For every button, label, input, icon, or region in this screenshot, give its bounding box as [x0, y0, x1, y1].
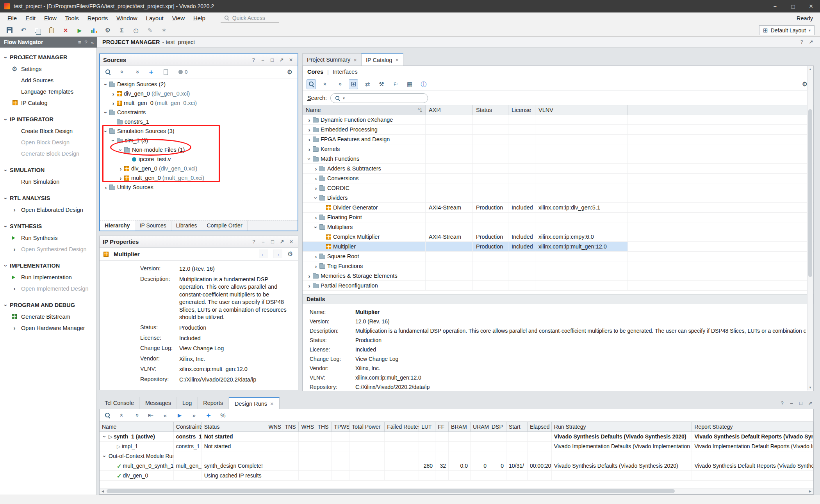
tree-item-design-sources-2[interactable]: Design Sources (2): [100, 80, 298, 89]
runs-percent-button[interactable]: %: [218, 410, 228, 421]
column-header-failed-routes[interactable]: Failed Routes: [385, 422, 419, 431]
tab-project-summary[interactable]: Project Summary×: [302, 53, 362, 66]
flow-item-run-implementation[interactable]: Run Implementation: [0, 272, 96, 283]
menu-flow[interactable]: Flow: [40, 13, 61, 23]
tree-item-utility-sources[interactable]: Utility Sources: [100, 183, 298, 192]
flow-item-open-elaborated-design[interactable]: Open Elaborated Design: [0, 204, 96, 215]
tree-item-ipcore-test-v[interactable]: ipcore_test.v: [100, 154, 298, 164]
run-row-impl-1[interactable]: ▷impl_1constrs_1Not startedVivado Implem…: [100, 442, 813, 451]
toolbar-run-button[interactable]: ▶: [75, 25, 84, 35]
catalog-row-conversions[interactable]: Conversions: [303, 174, 813, 183]
scrollbar-thumb[interactable]: [107, 489, 675, 493]
help-icon[interactable]: [250, 238, 257, 245]
column-header-total-power[interactable]: Total Power: [349, 422, 385, 431]
forward-button[interactable]: →: [273, 250, 282, 258]
menu-reports[interactable]: Reports: [83, 13, 112, 23]
column-header-tpws[interactable]: TPWS: [332, 422, 349, 431]
column-header-vlnv[interactable]: VLNV: [535, 105, 628, 115]
column-header-start[interactable]: Start: [506, 422, 528, 431]
tab-design-runs[interactable]: Design Runs×: [229, 397, 280, 409]
catalog-search-button[interactable]: [307, 79, 316, 89]
sources-expand-all-button[interactable]: «: [132, 67, 141, 77]
catalog-row-cordic[interactable]: CORDIC: [303, 183, 813, 193]
sources-collapse-all-button[interactable]: «: [118, 67, 127, 77]
column-header-name[interactable]: Name^1: [303, 105, 426, 115]
sources-tab-hierarchy[interactable]: Hierarchy: [100, 220, 135, 231]
column-header-bram[interactable]: BRAM: [449, 422, 471, 431]
run-row-out-of-context-module-runs[interactable]: Out-of-Context Module Runs: [100, 451, 813, 461]
toolbar-report-button[interactable]: [89, 25, 98, 35]
minimize-icon[interactable]: [259, 57, 266, 64]
close-icon[interactable]: ×: [353, 57, 357, 63]
flow-item-open-synthesized-design[interactable]: Open Synthesized Design: [0, 243, 96, 255]
close-icon[interactable]: [287, 57, 294, 64]
close-button[interactable]: [802, 0, 820, 12]
runs-create-run-button[interactable]: +: [204, 410, 213, 421]
scroll-left-icon[interactable]: ◀: [102, 490, 104, 493]
maximize-icon[interactable]: [808, 39, 815, 46]
flow-item-create-block-design[interactable]: Create Block Design: [0, 125, 96, 137]
column-header-elapsed[interactable]: Elapsed: [528, 422, 552, 431]
float-icon[interactable]: [269, 57, 276, 64]
run-row-mult-gen-0-synth-1[interactable]: ✓mult_gen_0_synth_1mult_gen_0synth_desig…: [100, 461, 813, 471]
tree-item-constrs-1[interactable]: constrs_1: [100, 117, 298, 126]
catalog-row-divider-generator[interactable]: Divider GeneratorAXI4-StreamProductionIn…: [303, 203, 813, 213]
menu-view[interactable]: View: [168, 13, 189, 23]
close-icon[interactable]: [288, 238, 295, 245]
catalog-summary-button[interactable]: ▦: [405, 79, 414, 89]
tab-messages[interactable]: Messages: [140, 397, 177, 409]
subtab-interfaces[interactable]: Interfaces: [333, 69, 358, 75]
flow-item-run-synthesis[interactable]: Run Synthesis: [0, 232, 96, 243]
flow-item-generate-bitstream[interactable]: Generate Bitstream: [0, 311, 96, 322]
layout-selector[interactable]: ⊞ Default Layout ▾: [759, 25, 815, 35]
catalog-row-embedded-processing[interactable]: Embedded Processing: [303, 125, 813, 135]
property-value-link[interactable]: View Change Log: [179, 345, 224, 353]
catalog-row-floating-point[interactable]: Floating Point: [303, 213, 813, 222]
catalog-search-input[interactable]: ▾: [330, 93, 428, 103]
column-header-status[interactable]: Status: [202, 422, 266, 431]
flow-item-generate-block-design[interactable]: Generate Block Design: [0, 148, 96, 159]
help-icon[interactable]: [798, 39, 805, 46]
runs-step-forward-button[interactable]: »: [189, 410, 199, 421]
catalog-flag-button[interactable]: ⚐: [391, 79, 400, 89]
column-header-uram[interactable]: URAM: [471, 422, 489, 431]
catalog-ip-settings-button[interactable]: ⚒: [377, 79, 386, 89]
tree-item-mult-gen-0[interactable]: mult_gen_0 (mult_gen_0.xci): [100, 98, 298, 108]
catalog-row-partial-reconfiguration[interactable]: Partial Reconfiguration: [303, 281, 813, 291]
toolbar-clock-button[interactable]: ◷: [131, 25, 141, 35]
toolbar-copy-button[interactable]: [33, 25, 42, 35]
sources-tab-libraries[interactable]: Libraries: [171, 220, 202, 231]
subtab-cores[interactable]: Cores: [307, 69, 323, 75]
column-header-ff[interactable]: FF: [435, 422, 449, 431]
scrollbar-thumb[interactable]: [808, 109, 812, 277]
column-header-report-strategy[interactable]: Report Strategy: [692, 422, 813, 431]
flow-item-open-block-design[interactable]: Open Block Design: [0, 137, 96, 148]
column-header-license[interactable]: License: [508, 105, 535, 115]
runs-search-button[interactable]: [103, 410, 112, 421]
float-icon[interactable]: [269, 238, 276, 245]
toolbar-undo-button[interactable]: ↶: [19, 25, 28, 35]
menu-icon[interactable]: ≡: [78, 39, 81, 45]
flow-section-header-project-manager[interactable]: PROJECT MANAGER: [0, 51, 96, 63]
maximize-icon[interactable]: [278, 238, 285, 245]
float-icon[interactable]: [797, 399, 804, 406]
catalog-restore-defaults-button[interactable]: ⇄: [363, 79, 372, 89]
sources-edit-file-button[interactable]: [161, 67, 170, 77]
catalog-row-multipliers[interactable]: Multipliers: [303, 222, 813, 232]
run-row-div-gen-0[interactable]: ✓div_gen_0Using cached IP results: [100, 471, 813, 481]
property-value-link[interactable]: View Change Log: [355, 356, 398, 362]
column-header-run-strategy[interactable]: Run Strategy: [552, 422, 692, 431]
catalog-row-dynamic-function-exchange[interactable]: Dynamic Function eXchange: [303, 115, 813, 125]
close-icon[interactable]: ×: [270, 400, 274, 407]
menu-help[interactable]: Help: [189, 13, 210, 23]
flow-item-open-hardware-manager[interactable]: Open Hardware Manager: [0, 322, 96, 334]
menu-layout[interactable]: Layout: [142, 13, 168, 23]
runs-go-to-start-button[interactable]: ⇤: [146, 410, 155, 421]
flow-item-language-templates[interactable]: Language Templates: [0, 86, 96, 97]
column-header-dsp[interactable]: DSP: [489, 422, 506, 431]
run-row-synth-1-active[interactable]: ▷synth_1 (active)constrs_1Not startedViv…: [100, 432, 813, 442]
column-header-constraints[interactable]: Constraints: [174, 422, 202, 431]
menu-tools[interactable]: Tools: [61, 13, 83, 23]
toolbar-cancel-button[interactable]: ×: [61, 25, 70, 35]
column-header-ths[interactable]: THS: [315, 422, 332, 431]
